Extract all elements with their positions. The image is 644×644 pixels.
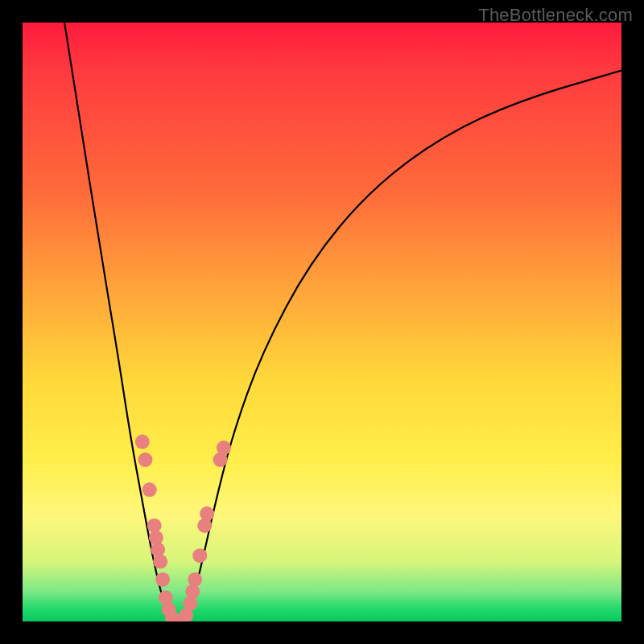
data-marker xyxy=(200,506,214,521)
data-marker xyxy=(155,572,170,587)
data-marker xyxy=(151,543,165,557)
marker-layer xyxy=(135,435,231,621)
chart-stage: TheBottleneck.com xyxy=(0,0,644,644)
plot-area xyxy=(23,23,621,621)
data-marker xyxy=(138,452,153,467)
curve-layer xyxy=(64,23,621,621)
data-marker xyxy=(192,548,207,563)
curve-right-arm xyxy=(184,71,621,621)
data-marker xyxy=(183,597,197,611)
data-marker xyxy=(217,440,231,455)
data-marker xyxy=(188,572,202,587)
data-marker xyxy=(142,482,157,497)
data-marker xyxy=(153,555,167,569)
data-marker xyxy=(135,435,150,449)
data-marker xyxy=(185,584,200,599)
chart-svg xyxy=(23,23,621,621)
data-marker xyxy=(197,518,212,533)
